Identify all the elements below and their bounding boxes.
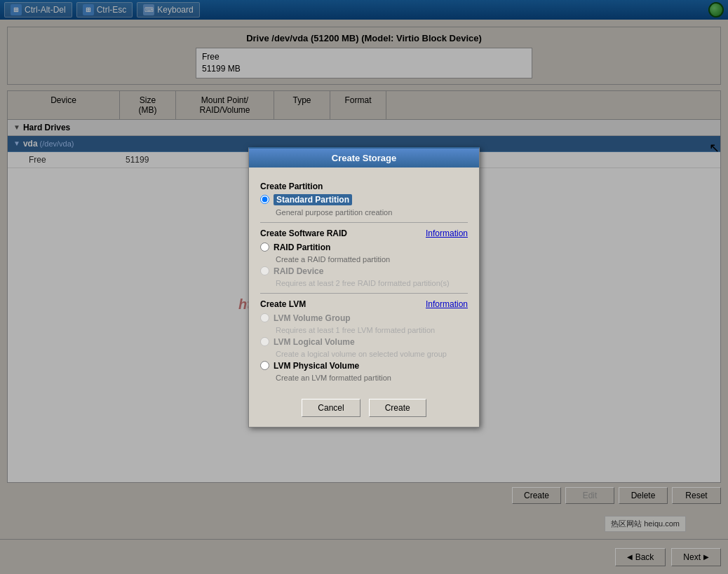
lvm-lv-label[interactable]: LVM Logical Volume xyxy=(274,337,355,347)
modal-section-raid: Create Software RAID xyxy=(260,228,347,238)
raid-device-radio[interactable] xyxy=(260,266,269,275)
modal-cancel-btn[interactable]: Cancel xyxy=(302,399,360,417)
modal-section-partition: Create Partition xyxy=(260,182,468,191)
raid-partition-label[interactable]: RAID Partition xyxy=(274,242,330,252)
lvm-pv-radio[interactable] xyxy=(260,361,269,370)
raid-partition-radio[interactable] xyxy=(260,242,269,252)
lvm-pv-row: LVM Physical Volume xyxy=(260,361,468,371)
lvm-info-link[interactable]: Information xyxy=(426,299,468,309)
lvm-lv-radio[interactable] xyxy=(260,337,269,346)
modal-section-lvm: Create LVM xyxy=(260,299,306,309)
modal-buttons: Cancel Create xyxy=(249,393,479,427)
lvm-lv-row: LVM Logical Volume xyxy=(260,337,468,347)
raid-device-desc: Requires at least 2 free RAID formatted … xyxy=(276,279,468,287)
raid-device-label[interactable]: RAID Device xyxy=(274,266,323,276)
lvm-pv-desc: Create an LVM formatted partition xyxy=(276,374,468,382)
raid-device-row: RAID Device xyxy=(260,266,468,276)
raid-partition-row: RAID Partition xyxy=(260,242,468,252)
modal-body: Create Partition Standard Partition Gene… xyxy=(249,168,479,393)
lvm-vg-label[interactable]: LVM Volume Group xyxy=(274,313,351,323)
modal-overlay: Create Storage Create Partition Standard… xyxy=(0,0,728,574)
standard-partition-label[interactable]: Standard Partition xyxy=(274,194,352,205)
raid-partition-desc: Create a RAID formatted partition xyxy=(276,255,468,264)
standard-partition-desc: General purpose partition creation xyxy=(276,208,468,217)
lvm-vg-desc: Requires at least 1 free LVM formated pa… xyxy=(276,326,468,334)
lvm-vg-radio[interactable] xyxy=(260,313,269,322)
raid-info-link[interactable]: Information xyxy=(426,228,468,238)
create-storage-modal: Create Storage Create Partition Standard… xyxy=(248,147,480,428)
lvm-pv-label[interactable]: LVM Physical Volume xyxy=(274,361,359,371)
standard-partition-row: Standard Partition xyxy=(260,194,468,205)
modal-title: Create Storage xyxy=(249,149,479,168)
lvm-lv-desc: Create a logical volume on selected volu… xyxy=(276,350,468,358)
lvm-vg-row: LVM Volume Group xyxy=(260,313,468,323)
modal-create-btn[interactable]: Create xyxy=(369,399,426,417)
standard-partition-radio[interactable] xyxy=(260,195,269,204)
